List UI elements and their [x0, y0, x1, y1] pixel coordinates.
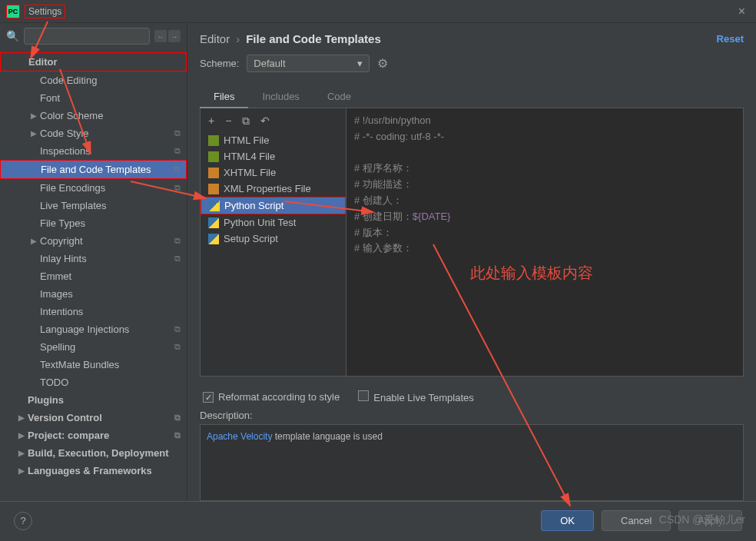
sidebar-item-label: Font [40, 92, 60, 104]
reset-link[interactable]: Reset [717, 33, 744, 45]
search-input[interactable] [24, 28, 150, 45]
template-label: HTML4 File [224, 151, 275, 162]
chevron-icon: ▶ [18, 466, 28, 475]
sidebar-item-label: Images [40, 288, 73, 300]
forward-icon[interactable]: → [168, 30, 181, 42]
scheme-select[interactable]: Default ▾ [247, 55, 370, 72]
template-python-script[interactable]: Python Script [201, 197, 346, 214]
ok-button[interactable]: OK [541, 510, 594, 531]
apache-velocity-link[interactable]: Apache Velocity [207, 431, 272, 442]
sidebar-item-label: Color Scheme [40, 110, 103, 121]
tab-code[interactable]: Code [313, 86, 365, 108]
tab-files[interactable]: Files [200, 86, 248, 108]
sidebar-item-editor[interactable]: Editor [0, 52, 187, 71]
breadcrumb: Editor › File and Code Templates Reset [200, 32, 744, 45]
sidebar-item-version-control[interactable]: ▶Version Control⧉ [0, 409, 187, 426]
chevron-right-icon: › [236, 32, 240, 45]
chevron-icon: ▶ [31, 237, 40, 245]
sidebar-item-code-style[interactable]: ▶Code Style⧉ [0, 124, 187, 142]
content-panel: Editor › File and Code Templates Reset S… [187, 23, 756, 501]
sidebar-item-inlay-hints[interactable]: Inlay Hints⧉ [0, 250, 187, 267]
sidebar-item-file-encodings[interactable]: File Encodings⧉ [0, 179, 187, 197]
sidebar-item-code-editing[interactable]: Code Editing [0, 71, 187, 89]
reformat-checkbox[interactable]: Reformat according to style [203, 391, 340, 403]
template-html-file[interactable]: HTML File [201, 132, 346, 148]
chevron-icon: ▶ [18, 413, 28, 422]
sidebar-item-label: Languages & Frameworks [28, 465, 152, 476]
sidebar-item-label: Code Style [40, 128, 89, 139]
apply-button[interactable]: Apply [678, 510, 742, 531]
sidebar-item-label: Emmet [40, 270, 71, 282]
sidebar-item-live-templates[interactable]: Live Templates [0, 197, 187, 214]
copy-icon: ⧉ [174, 342, 181, 352]
tab-includes[interactable]: Includes [248, 86, 313, 108]
sidebar-item-label: Editor [28, 56, 58, 68]
scheme-value: Default [254, 58, 285, 69]
add-button[interactable]: + [208, 115, 214, 128]
description-text: template language is used [272, 431, 382, 442]
template-html4-file[interactable]: HTML4 File [201, 148, 346, 164]
sidebar-item-language-injections[interactable]: Language Injections⧉ [0, 320, 187, 338]
sidebar-item-label: Intentions [40, 306, 83, 317]
sidebar-item-label: File and Code Templates [41, 164, 151, 175]
template-python-unit-test[interactable]: Python Unit Test [201, 214, 346, 231]
window-title: Settings [25, 5, 65, 18]
sidebar-item-images[interactable]: Images [0, 285, 187, 303]
remove-button[interactable]: − [225, 115, 231, 128]
template-xhtml-file[interactable]: XHTML File [201, 164, 346, 181]
cancel-button[interactable]: Cancel [602, 510, 671, 531]
sidebar-item-label: Build, Execution, Deployment [28, 447, 168, 459]
chevron-icon: ▶ [18, 449, 28, 457]
sidebar-item-label: File Encodings [40, 182, 105, 194]
template-list: + − ⧉ ↶ HTML FileHTML4 FileXHTML FileXML… [201, 108, 346, 376]
sidebar-item-copyright[interactable]: ▶Copyright⧉ [0, 232, 187, 250]
copy-icon: ⧉ [174, 324, 181, 334]
copy-button[interactable]: ⧉ [242, 115, 250, 128]
help-button[interactable]: ? [14, 512, 32, 530]
file-icon [208, 184, 219, 194]
titlebar: PC Settings × [0, 0, 756, 23]
sidebar-item-label: TextMate Bundles [40, 359, 119, 370]
sidebar-item-emmet[interactable]: Emmet [0, 267, 187, 285]
file-icon [208, 168, 219, 178]
sidebar-item-color-scheme[interactable]: ▶Color Scheme [0, 107, 187, 124]
sidebar-item-intentions[interactable]: Intentions [0, 303, 187, 320]
chevron-icon: ▶ [31, 129, 40, 138]
sidebar-item-label: Spelling [40, 341, 75, 353]
sidebar-item-label: Language Injections [40, 324, 129, 335]
file-icon [208, 135, 219, 146]
sidebar-item-label: Version Control [28, 412, 102, 423]
copy-icon: ⧉ [174, 236, 181, 246]
description-box: Apache Velocity template language is use… [200, 424, 744, 501]
undo-button[interactable]: ↶ [260, 115, 270, 128]
live-templates-checkbox[interactable]: Enable Live Templates [358, 390, 474, 403]
copy-icon: ⧉ [174, 128, 181, 138]
sidebar-item-project-compare[interactable]: ▶Project: compare⧉ [0, 426, 187, 444]
gear-icon[interactable]: ⚙ [377, 56, 388, 71]
scheme-label: Scheme: [200, 58, 239, 69]
sidebar-item-label: Plugins [28, 394, 64, 406]
close-icon[interactable]: × [734, 5, 750, 18]
breadcrumb-parent[interactable]: Editor [200, 32, 230, 45]
sidebar-item-file-types[interactable]: File Types [0, 214, 187, 232]
sidebar-item-font[interactable]: Font [0, 89, 187, 107]
sidebar-item-label: TODO [40, 377, 68, 388]
sidebar-item-label: Code Editing [40, 75, 97, 86]
back-icon[interactable]: ← [154, 30, 167, 42]
sidebar-item-label: File Types [40, 217, 85, 229]
sidebar-item-inspections[interactable]: Inspections⧉ [0, 142, 187, 160]
sidebar-item-todo[interactable]: TODO [0, 373, 187, 391]
file-icon [208, 151, 219, 162]
template-editor[interactable]: # !/usr/bin/python # -*- coding: utf-8 -… [346, 108, 743, 376]
sidebar-item-spelling[interactable]: Spelling⧉ [0, 338, 187, 356]
sidebar-item-file-and-code-templates[interactable]: File and Code Templates⧉ [0, 160, 187, 179]
template-setup-script[interactable]: Setup Script [201, 231, 346, 247]
template-label: XML Properties File [224, 183, 311, 194]
sidebar-item-textmate-bundles[interactable]: TextMate Bundles [0, 356, 187, 373]
file-icon [208, 217, 219, 228]
sidebar-item-label: Copyright [40, 235, 83, 247]
sidebar-item-languages-frameworks[interactable]: ▶Languages & Frameworks [0, 462, 187, 480]
template-xml-properties-file[interactable]: XML Properties File [201, 181, 346, 197]
sidebar-item-plugins[interactable]: Plugins [0, 391, 187, 409]
sidebar-item-build-execution-deployment[interactable]: ▶Build, Execution, Deployment [0, 444, 187, 462]
